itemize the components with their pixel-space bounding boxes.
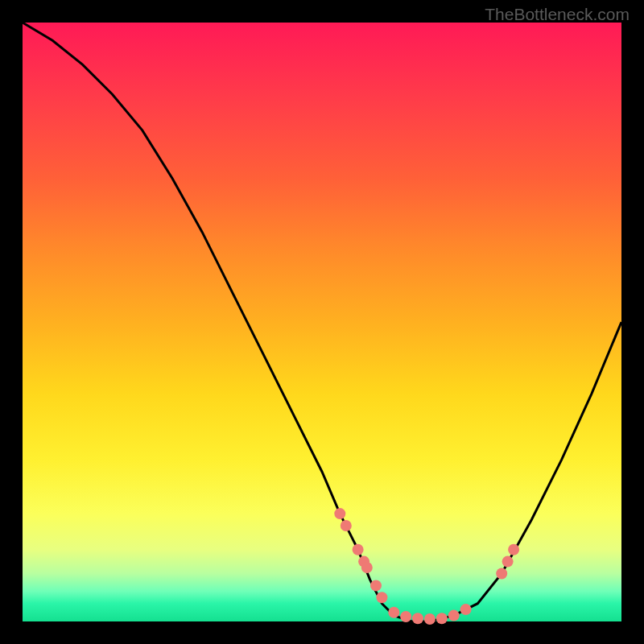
watermark-text: TheBottleneck.com — [485, 5, 630, 24]
chart-svg — [23, 23, 621, 621]
scatter-dot — [496, 568, 507, 580]
scatter-dot — [388, 607, 399, 618]
scatter-dot — [400, 611, 411, 622]
scatter-dot — [353, 544, 364, 555]
scatter-dot — [502, 556, 514, 568]
chart-gradient-area — [23, 23, 621, 621]
scatter-dot — [412, 613, 423, 624]
scatter-dot — [376, 592, 387, 603]
scatter-dot — [460, 604, 472, 615]
scatter-dot — [334, 508, 345, 519]
scatter-dot — [508, 544, 519, 555]
scatter-dot — [436, 613, 448, 624]
scatter-dot — [448, 610, 460, 621]
scatter-dot — [424, 613, 436, 625]
scatter-dot — [361, 562, 373, 573]
bottleneck-curve — [23, 23, 621, 621]
scatter-dot — [370, 580, 382, 591]
scatter-dot — [341, 520, 352, 531]
scatter-dots — [334, 508, 519, 625]
